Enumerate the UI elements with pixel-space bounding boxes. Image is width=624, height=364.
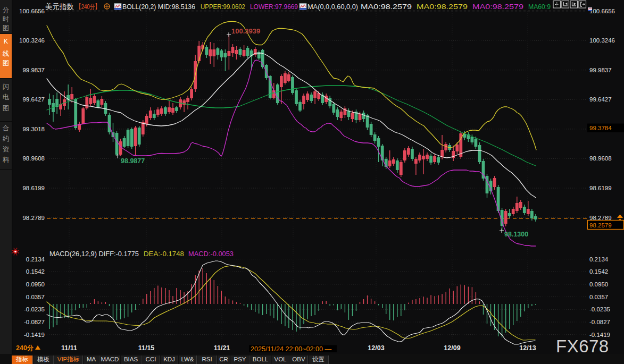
svg-text:100.6656: 100.6656 — [19, 8, 45, 14]
svg-text:98.2789: 98.2789 — [589, 215, 612, 221]
svg-text:-0.0827: -0.0827 — [24, 319, 45, 325]
svg-text:0.0950: 0.0950 — [26, 281, 45, 287]
svg-text:PSY: PSY — [234, 356, 246, 362]
svg-text:分: 分 — [3, 6, 10, 14]
svg-text:99.9837: 99.9837 — [22, 67, 45, 73]
svg-text:98.6199: 98.6199 — [589, 185, 612, 191]
svg-text:MA0:98.2579: MA0:98.2579 — [472, 3, 523, 11]
svg-text:100.3246: 100.3246 — [19, 37, 45, 44]
svg-text:K: K — [4, 38, 9, 45]
svg-text:0.1542: 0.1542 — [26, 268, 45, 275]
svg-text:模板: 模板 — [37, 356, 49, 362]
svg-text:2025/11/24 22:00~02:00 —: 2025/11/24 22:00~02:00 — — [251, 345, 331, 353]
svg-text:11/21: 11/21 — [214, 344, 230, 352]
svg-text:图: 图 — [3, 105, 10, 112]
svg-text:98.6199: 98.6199 — [22, 185, 45, 191]
svg-text:时: 时 — [3, 15, 10, 23]
svg-text:资: 资 — [3, 146, 10, 153]
svg-text:-0.1419: -0.1419 — [24, 332, 45, 338]
svg-text:DEA:-0.1748: DEA:-0.1748 — [144, 250, 184, 258]
svg-text:BIAS: BIAS — [124, 356, 138, 362]
svg-text:MACD(26,12,9) DIFF:-0.1775: MACD(26,12,9) DIFF:-0.1775 — [49, 250, 139, 258]
svg-text:99.6427: 99.6427 — [589, 96, 612, 103]
svg-text:98.9877: 98.9877 — [121, 157, 145, 165]
svg-text:MACD:-0.0053: MACD:-0.0053 — [188, 250, 234, 258]
svg-text:BOLL(20,2) MID:98.5136: BOLL(20,2) MID:98.5136 — [122, 3, 195, 11]
svg-text:线: 线 — [3, 50, 10, 57]
svg-text:MACD: MACD — [101, 356, 119, 362]
svg-text:-0.0235: -0.0235 — [589, 306, 610, 312]
svg-text:98.1300: 98.1300 — [504, 231, 528, 238]
svg-text:11/11: 11/11 — [61, 344, 77, 352]
svg-text:合: 合 — [2, 124, 10, 132]
svg-text:MA60:9: MA60:9 — [528, 3, 551, 11]
svg-text:12/13: 12/13 — [519, 344, 536, 352]
svg-text:约: 约 — [3, 135, 10, 142]
svg-text:CCI: CCI — [146, 356, 156, 362]
svg-text:-0.0827: -0.0827 — [589, 319, 610, 325]
svg-text:电: 电 — [3, 94, 10, 101]
svg-text:OBV: OBV — [292, 356, 305, 362]
svg-text:100.3246: 100.3246 — [589, 37, 615, 44]
svg-text:MA0:98.2579: MA0:98.2579 — [361, 3, 412, 11]
svg-text:美元指数: 美元指数 — [45, 3, 74, 11]
svg-text:闪: 闪 — [3, 83, 10, 90]
svg-text:VOL: VOL — [274, 356, 287, 362]
svg-text:0.2134: 0.2134 — [589, 256, 609, 263]
svg-text:100.6656: 100.6656 — [589, 8, 615, 14]
svg-text:MA(0,0,0,60,0,0): MA(0,0,0,60,0,0) — [307, 3, 358, 11]
svg-text:MA0:98.2579: MA0:98.2579 — [417, 3, 468, 11]
svg-text:-0.0235: -0.0235 — [24, 306, 45, 312]
svg-text:0.1542: 0.1542 — [589, 268, 608, 275]
svg-text:BOLL: BOLL — [253, 356, 269, 362]
svg-text:98.2789: 98.2789 — [22, 215, 45, 221]
svg-text:12/09: 12/09 — [444, 344, 460, 352]
svg-text:CR: CR — [219, 356, 228, 362]
svg-text:图: 图 — [3, 24, 10, 32]
svg-text:RSI: RSI — [202, 356, 212, 362]
svg-text:98.9608: 98.9608 — [22, 155, 45, 162]
svg-text:LW&: LW& — [181, 356, 194, 362]
svg-text:98.2579: 98.2579 — [589, 222, 612, 228]
svg-text:240分: 240分 — [16, 344, 34, 352]
svg-text:99.3018: 99.3018 — [22, 126, 45, 132]
svg-text:MA: MA — [87, 356, 96, 362]
svg-text:FX678: FX678 — [556, 336, 609, 356]
svg-text:LOWER:97.9669: LOWER:97.9669 — [250, 3, 298, 11]
svg-text:11/15: 11/15 — [138, 344, 155, 352]
svg-text:UPPER:99.0602: UPPER:99.0602 — [201, 3, 245, 11]
svg-text:0.0950: 0.0950 — [589, 281, 608, 287]
svg-text:98.9608: 98.9608 — [589, 155, 612, 162]
svg-text:料: 料 — [3, 156, 10, 164]
svg-text:99.3784: 99.3784 — [589, 125, 612, 131]
svg-text:99.6427: 99.6427 — [22, 96, 45, 103]
svg-text:12/03: 12/03 — [368, 344, 384, 352]
svg-text:0.0357: 0.0357 — [589, 294, 608, 300]
svg-text:0.0357: 0.0357 — [26, 294, 45, 300]
svg-text:100.3939: 100.3939 — [231, 27, 260, 35]
svg-text:图: 图 — [3, 60, 10, 67]
svg-text:VIP指标: VIP指标 — [57, 356, 80, 362]
svg-text:指标: 指标 — [15, 356, 28, 362]
svg-text:99.9837: 99.9837 — [589, 67, 612, 73]
svg-text:设置: 设置 — [312, 356, 325, 362]
svg-text:KDJ: KDJ — [163, 356, 175, 362]
svg-text:【240分】: 【240分】 — [76, 3, 100, 11]
svg-text:0.2134: 0.2134 — [26, 256, 45, 263]
